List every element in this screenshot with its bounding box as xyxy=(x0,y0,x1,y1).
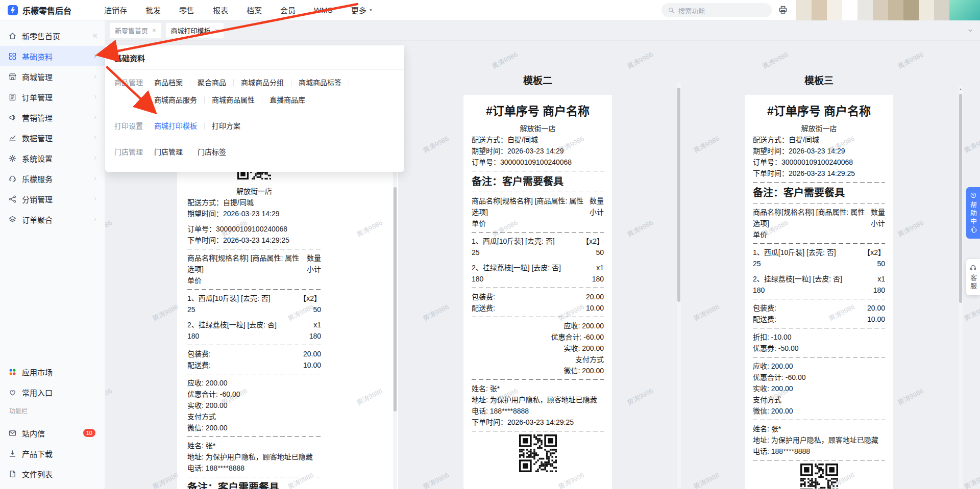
tab-label: 商城打印模板 xyxy=(171,25,211,35)
sidebar-item[interactable]: 新零售首页 xyxy=(0,25,105,46)
search-placeholder: 搜索功能 xyxy=(678,6,705,15)
dashed-divider xyxy=(753,460,885,460)
color-swatch xyxy=(857,0,873,20)
receipt-line: 配送方式：自提/同城 xyxy=(472,134,604,145)
scrollbar[interactable] xyxy=(677,83,681,489)
sidebar-item-label: 产品下载 xyxy=(22,448,99,459)
receipt-line: 优惠合计: -60.00 xyxy=(753,372,885,383)
scrollbar-thumb[interactable] xyxy=(394,187,397,411)
receipt-line-right: 180 xyxy=(309,330,321,342)
receipt-line-right: 50 xyxy=(313,304,321,315)
menu-link[interactable]: 商城商品标签 xyxy=(299,74,341,91)
customer-service-button[interactable]: 客服 xyxy=(966,259,980,295)
receipt-line-right: 180 xyxy=(592,273,604,285)
receipt-line-right: 10.00 xyxy=(867,314,885,325)
tab-close-icon[interactable]: × xyxy=(152,27,156,34)
watermark: 黄涛9986 xyxy=(625,49,654,71)
menu-link[interactable]: 打印方案 xyxy=(212,117,240,135)
nav-item[interactable]: 批发 xyxy=(145,5,161,15)
color-swatch xyxy=(812,0,827,20)
nav-item[interactable]: WMS xyxy=(314,5,333,15)
menu-link[interactable]: 商城商品服务 xyxy=(154,91,197,109)
help-center-button[interactable]: 帮助中心 xyxy=(966,187,980,239)
sidebar-item-label: 系统设置 xyxy=(22,153,87,164)
chevron-right-icon xyxy=(92,73,99,80)
receipt-line: 2550 xyxy=(187,304,321,315)
help-center-label: 帮助中心 xyxy=(968,201,978,234)
receipt-line-right: 10.00 xyxy=(586,302,604,314)
menu-link[interactable]: 门店标签 xyxy=(198,143,226,161)
receipt-line-left: 2、挂绿荔枝[一粒] [去皮: 否] xyxy=(753,273,873,285)
sidebar-item[interactable]: 常用入口 xyxy=(0,382,105,402)
nav-item[interactable]: 进销存 xyxy=(104,5,127,15)
receipt-line: 期望时间：2026-03-23 14:29 xyxy=(472,145,604,157)
menu-group-label: 门店管理 xyxy=(114,143,154,161)
chevron-down-icon[interactable] xyxy=(967,27,974,34)
sidebar-shortcuts: 应用市场常用入口 xyxy=(0,362,105,402)
sidebar-item[interactable]: 订单聚合 xyxy=(0,209,105,229)
receipt-line: 支付方式 xyxy=(187,411,321,422)
sidebar-item[interactable]: 数据管理 xyxy=(0,127,105,148)
menu-link[interactable]: 聚合商品 xyxy=(198,74,226,91)
nav-item[interactable]: 更多 xyxy=(351,5,374,15)
headset-icon xyxy=(969,264,977,271)
menu-link[interactable]: 商城商品分组 xyxy=(241,74,284,91)
sidebar-item-label: 订单管理 xyxy=(22,92,87,102)
printer-icon[interactable] xyxy=(778,5,788,15)
dashed-divider xyxy=(472,232,604,233)
scrollbar-thumb[interactable] xyxy=(959,94,962,303)
color-swatch xyxy=(949,0,980,20)
receipt-line: 2550 xyxy=(753,258,885,269)
sidebar-item[interactable]: 产品下载 xyxy=(0,443,105,464)
receipt-line-right: x1 xyxy=(313,319,321,330)
tab-active[interactable]: 商城打印模板× xyxy=(166,23,224,38)
logo-icon xyxy=(7,5,18,16)
sidebar-item[interactable]: 分销管理 xyxy=(0,189,105,209)
sidebar-item[interactable]: 乐檬服务 xyxy=(0,168,105,189)
scrollbar-thumb[interactable] xyxy=(677,88,680,302)
nav-item[interactable]: 会员 xyxy=(280,5,296,15)
receipt-line-left: 180 xyxy=(187,330,305,342)
receipt-line-left: 商品名称[规格名称] [商品属性: 属性 xyxy=(753,207,867,218)
receipt-line: 2、挂绿荔枝[一粒] [去皮: 否]x1 xyxy=(753,273,885,285)
nav-item[interactable]: 档案 xyxy=(247,5,262,15)
sidebar-item[interactable]: 订单管理 xyxy=(0,87,105,107)
search-box[interactable]: 搜索功能 xyxy=(662,3,772,17)
sidebar-item[interactable]: 应用市场 xyxy=(0,362,105,382)
sidebar-item[interactable]: 商城管理 xyxy=(0,66,105,87)
sidebar-item[interactable]: 营销管理 xyxy=(0,107,105,127)
receipt-line-right: 180 xyxy=(873,285,885,296)
sidebar-item[interactable]: 基础资料 xyxy=(0,46,105,66)
logo-text: 乐檬零售后台 xyxy=(22,4,71,16)
receipt-line: 1、西瓜[10斤装] [去壳: 否]【x2】 xyxy=(753,247,885,258)
receipt-line: 优惠券: -50.00 xyxy=(753,343,885,354)
layers-icon xyxy=(8,215,17,224)
nav-item[interactable]: 零售 xyxy=(179,5,194,15)
receipt-line-right: 50 xyxy=(877,258,885,269)
tab-close-icon[interactable]: × xyxy=(215,27,219,34)
tabs: 新零售首页×商城打印模板× xyxy=(105,20,224,40)
scrollbar[interactable]: ▲ xyxy=(959,86,963,489)
dashed-divider xyxy=(187,477,321,477)
receipt-line-right: 【x2】 xyxy=(582,236,604,247)
nav-item[interactable]: 报表 xyxy=(213,5,228,15)
sidebar-item[interactable]: 系统设置 xyxy=(0,148,105,168)
tab[interactable]: 新零售首页× xyxy=(110,23,161,38)
menu-link[interactable]: 商城打印模板 xyxy=(154,117,197,135)
nav-item-label: WMS xyxy=(314,6,333,14)
sidebar-menu: 新零售首页基础资料商城管理订单管理营销管理数据管理系统设置乐檬服务分销管理订单聚… xyxy=(0,25,105,229)
menu-link[interactable]: 直播商品库 xyxy=(270,91,305,109)
dashed-divider xyxy=(753,420,885,420)
sidebar-item-label: 商城管理 xyxy=(22,71,87,82)
sidebar-item[interactable]: 文件列表 xyxy=(0,464,105,484)
collapse-icon[interactable] xyxy=(91,32,99,39)
receipt-line: 包装费:20.00 xyxy=(753,302,885,314)
sidebar-item[interactable]: 站内信10 xyxy=(0,423,105,443)
receipt-line: 配送方式：自提/同城 xyxy=(187,197,321,208)
menu-link[interactable]: 门店管理 xyxy=(154,143,183,161)
scroll-up-arrow[interactable]: ▲ xyxy=(959,87,963,92)
receipt-line: 1、西瓜[10斤装] [去壳: 否]【x2】 xyxy=(187,293,321,304)
menu-link[interactable]: 商品档案 xyxy=(154,74,183,91)
dashed-divider xyxy=(187,345,321,345)
menu-link[interactable]: 商城商品属性 xyxy=(212,91,255,109)
